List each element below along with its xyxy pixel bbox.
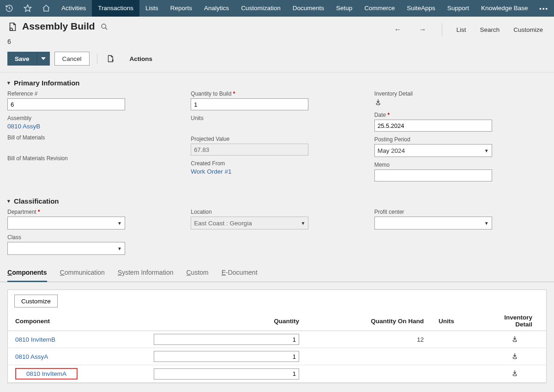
department-select[interactable]: ▼ xyxy=(7,217,125,229)
section-title: Primary Information xyxy=(14,79,80,87)
date-input[interactable] xyxy=(374,120,492,132)
inline-search-icon[interactable] xyxy=(101,20,108,30)
nav-item-support[interactable]: Support xyxy=(441,0,475,17)
record-subtitle: 6 xyxy=(0,38,554,49)
svg-point-7 xyxy=(513,357,517,359)
classification-form: Department ▼ Class ▼ Location East Coast… xyxy=(0,209,554,264)
section-title: Classification xyxy=(14,197,59,205)
list-link[interactable]: List xyxy=(456,26,466,33)
tab-communication[interactable]: Communication xyxy=(60,264,105,282)
location-label: Location xyxy=(191,209,363,215)
profit-center-select[interactable]: ▼ xyxy=(374,217,492,229)
nav-item-documents[interactable]: Documents xyxy=(287,0,330,17)
projected-value xyxy=(191,144,308,156)
component-link[interactable]: 0810 InvItemB xyxy=(15,336,55,343)
nav-item-knowledge-base[interactable]: Knowledge Base xyxy=(475,0,534,17)
department-label: Department xyxy=(7,209,180,215)
posting-period-select[interactable]: May 2024 ▼ xyxy=(374,144,492,157)
units-value xyxy=(431,365,487,383)
sublist-customize-button[interactable]: Customize xyxy=(14,295,58,308)
assembly-value-link[interactable]: 0810 AssyB xyxy=(7,123,40,130)
save-button[interactable]: Save xyxy=(7,52,37,66)
quantity-input[interactable] xyxy=(154,334,299,345)
reference-label: Reference # xyxy=(7,90,180,97)
top-nav: ActivitiesTransactionsListsReportsAnalyt… xyxy=(0,0,554,17)
inventory-detail-icon[interactable] xyxy=(511,352,518,360)
svg-point-2 xyxy=(102,24,106,28)
tab-custom[interactable]: Custom xyxy=(186,264,208,282)
nav-item-analytics[interactable]: Analytics xyxy=(198,0,235,17)
section-primary-information[interactable]: ▾ Primary Information xyxy=(0,72,554,90)
action-toolbar: Save Cancel Actions xyxy=(0,49,554,72)
created-from-label: Created From xyxy=(191,160,363,167)
nav-item-commerce[interactable]: Commerce xyxy=(358,0,401,17)
units-label: Units xyxy=(191,115,363,121)
bom-value xyxy=(7,142,180,151)
component-link[interactable]: 0810 InvItemA xyxy=(26,370,66,377)
chevron-down-icon: ▼ xyxy=(301,221,305,226)
next-record-icon[interactable]: → xyxy=(417,25,428,34)
history-icon[interactable] xyxy=(0,0,18,17)
col-qoh: Quantity On Hand xyxy=(307,311,431,331)
qoh-value xyxy=(307,365,431,383)
record-type-icon xyxy=(7,20,18,32)
nav-more-icon[interactable]: ••• xyxy=(534,5,554,12)
actions-menu[interactable]: Actions xyxy=(130,55,153,62)
nav-item-suiteapps[interactable]: SuiteApps xyxy=(401,0,441,17)
date-label: Date xyxy=(374,112,547,118)
cancel-button[interactable]: Cancel xyxy=(54,52,90,66)
nav-item-customization[interactable]: Customization xyxy=(235,0,287,17)
nav-item-transactions[interactable]: Transactions xyxy=(92,0,139,17)
posting-period-label: Posting Period xyxy=(374,136,547,143)
chevron-down-icon: ▾ xyxy=(7,198,10,204)
bom-rev-label: Bill of Materials Revision xyxy=(7,155,180,162)
qoh-value: 12 xyxy=(307,331,431,348)
location-value: East Coast : Georgia xyxy=(194,220,252,227)
tab-e-document[interactable]: E-Document xyxy=(222,264,258,282)
tab-components[interactable]: Components xyxy=(7,264,47,282)
nav-item-activities[interactable]: Activities xyxy=(55,0,92,17)
nav-item-lists[interactable]: Lists xyxy=(139,0,164,17)
bom-rev-value xyxy=(7,163,180,171)
location-select: East Coast : Georgia ▼ xyxy=(191,217,308,229)
header-divider xyxy=(442,23,442,36)
created-from-link[interactable]: Work Order #1 xyxy=(191,168,231,175)
component-link[interactable]: 0810 AssyA xyxy=(15,353,48,360)
qty-build-input[interactable] xyxy=(191,98,308,110)
table-row[interactable]: 0810 InvItemA xyxy=(8,365,546,383)
search-link[interactable]: Search xyxy=(480,26,500,33)
home-icon[interactable] xyxy=(37,0,55,17)
save-dropdown-icon[interactable] xyxy=(37,52,50,66)
new-record-icon[interactable] xyxy=(105,54,116,63)
memo-input[interactable] xyxy=(374,169,492,181)
nav-item-setup[interactable]: Setup xyxy=(330,0,358,17)
profit-center-label: Profit center xyxy=(374,209,547,215)
star-icon[interactable] xyxy=(18,0,37,17)
assembly-label: Assembly xyxy=(7,115,180,121)
class-select[interactable]: ▼ xyxy=(7,242,125,255)
quantity-input[interactable] xyxy=(154,351,299,362)
projected-label: Projected Value xyxy=(191,136,363,142)
nav-item-reports[interactable]: Reports xyxy=(164,0,198,17)
section-classification[interactable]: ▾ Classification xyxy=(0,191,554,209)
components-sublist: Customize Component Quantity Quantity On… xyxy=(7,289,547,383)
svg-point-1 xyxy=(10,28,13,31)
qty-build-label: Quantity to Build xyxy=(191,90,363,97)
col-inv-detail: Inventory Detail xyxy=(487,311,546,331)
reference-input[interactable] xyxy=(7,98,125,110)
quantity-input[interactable] xyxy=(154,368,299,380)
tab-system-information[interactable]: System Information xyxy=(118,264,174,282)
col-quantity: Quantity xyxy=(146,311,307,331)
inventory-detail-icon[interactable] xyxy=(511,369,518,377)
customize-link[interactable]: Customize xyxy=(513,26,543,33)
primary-info-form: Reference # Assembly 0810 AssyB Bill of … xyxy=(0,90,554,191)
inventory-detail-icon[interactable] xyxy=(511,335,518,343)
page-title: Assembly Build xyxy=(22,20,95,32)
inventory-detail-icon[interactable] xyxy=(374,98,382,106)
chevron-down-icon: ▾ xyxy=(7,80,10,86)
prev-record-icon[interactable]: ← xyxy=(392,25,403,34)
svg-point-6 xyxy=(513,340,517,342)
table-row[interactable]: 0810 InvItemB12 xyxy=(8,331,546,348)
table-row[interactable]: 0810 AssyA xyxy=(8,348,546,365)
svg-marker-4 xyxy=(41,57,46,60)
